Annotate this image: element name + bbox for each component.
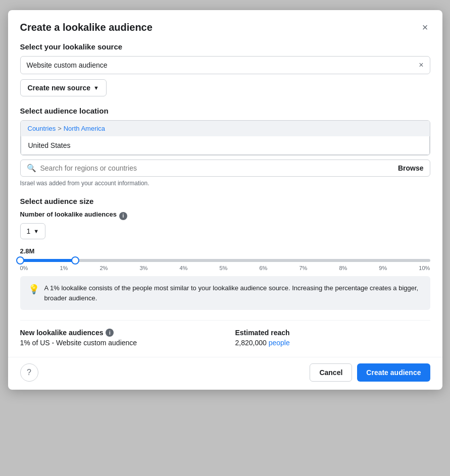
- slider-label-2: 2%: [99, 265, 108, 271]
- reach-number: 2,820,000: [235, 339, 267, 347]
- number-sub-label: Number of lookalike audiences: [20, 210, 117, 218]
- source-clear-icon: ×: [419, 61, 423, 70]
- slider-thumb-left[interactable]: [16, 256, 24, 265]
- location-breadcrumb-section: Countries > North America United States: [20, 120, 430, 155]
- help-button[interactable]: ?: [20, 363, 38, 382]
- number-value: 1: [27, 227, 31, 235]
- create-source-arrow-icon: ▼: [93, 85, 99, 91]
- breadcrumb-region-link[interactable]: North America: [64, 125, 105, 132]
- source-input-text: Website custom audience: [27, 61, 419, 69]
- slider-labels: 0% 1% 2% 3% 4% 5% 6% 7% 8% 9% 10%: [20, 265, 430, 271]
- source-input-row: Website custom audience ×: [20, 56, 430, 74]
- close-button[interactable]: ×: [420, 20, 430, 34]
- slider-track[interactable]: [20, 259, 430, 262]
- slider-section: 2.8M 0% 1% 2% 3% 4% 5% 6% 7%: [20, 247, 430, 271]
- location-section: Select audience location Countries > Nor…: [20, 107, 430, 187]
- slider-label-10: 10%: [419, 265, 430, 271]
- slider-label-5: 5%: [219, 265, 227, 271]
- lightbulb-icon: 💡: [28, 284, 39, 295]
- search-note: Israel was added from your account infor…: [20, 180, 430, 187]
- reach-people-link[interactable]: people: [269, 339, 290, 347]
- search-row: 🔍 Browse: [20, 160, 430, 177]
- new-lookalike-info-icon[interactable]: i: [106, 329, 114, 337]
- estimated-reach-label: Estimated reach: [235, 329, 290, 337]
- search-icon: 🔍: [27, 164, 36, 173]
- search-input[interactable]: [40, 164, 398, 172]
- source-section: Select your lookalike source Website cus…: [20, 42, 430, 96]
- estimated-reach-label-row: Estimated reach: [235, 329, 430, 337]
- estimated-reach-block: Estimated reach 2,820,000 people: [235, 329, 430, 347]
- slider-thumb-right[interactable]: [71, 256, 79, 265]
- modal-body: Select your lookalike source Website cus…: [8, 42, 442, 357]
- slider-label-1: 1%: [60, 265, 68, 271]
- create-source-label: Create new source: [28, 84, 91, 92]
- new-lookalike-label: New lookalike audiences: [20, 329, 104, 337]
- slider-label-4: 4%: [179, 265, 187, 271]
- slider-fill: [20, 259, 76, 262]
- cancel-button[interactable]: Cancel: [310, 363, 352, 382]
- modal-overlay: Create a lookalike audience × Select you…: [0, 5, 450, 476]
- slider-value: 2.8M: [20, 247, 430, 255]
- create-source-button[interactable]: Create new source ▼: [20, 79, 107, 96]
- slider-label-7: 7%: [299, 265, 307, 271]
- browse-button[interactable]: Browse: [398, 164, 424, 172]
- close-icon: ×: [422, 22, 428, 32]
- estimated-reach-value: 2,820,000 people: [235, 339, 430, 347]
- modal-title: Create a lookalike audience: [20, 22, 153, 33]
- source-clear-button[interactable]: ×: [419, 61, 423, 70]
- source-section-label: Select your lookalike source: [20, 42, 430, 51]
- slider-label-8: 8%: [339, 265, 347, 271]
- new-lookalike-label-row: New lookalike audiences i: [20, 329, 215, 337]
- number-dropdown[interactable]: 1 ▼: [20, 223, 46, 239]
- modal-footer: ? Cancel Create audience: [8, 357, 442, 390]
- number-of-audiences-row: Number of lookalike audiences i: [20, 210, 430, 221]
- breadcrumb-countries-link[interactable]: Countries: [28, 125, 56, 132]
- location-item: United States: [21, 136, 430, 155]
- help-icon: ?: [27, 368, 31, 377]
- footer-actions: Cancel Create audience: [310, 363, 430, 382]
- new-lookalike-value: 1% of US - Website custom audience: [20, 339, 215, 347]
- bottom-stats: New lookalike audiences i 1% of US - Web…: [20, 320, 430, 347]
- slider-label-9: 9%: [379, 265, 387, 271]
- slider-label-6: 6%: [259, 265, 267, 271]
- audience-size-section: Select audience size Number of lookalike…: [20, 197, 430, 310]
- info-text: A 1% lookalike consists of the people mo…: [44, 283, 422, 303]
- audience-size-label: Select audience size: [20, 197, 430, 205]
- modal-header: Create a lookalike audience ×: [8, 10, 442, 42]
- breadcrumb-row: Countries > North America: [21, 121, 430, 136]
- number-dropdown-arrow-icon: ▼: [33, 228, 39, 234]
- modal-container: Create a lookalike audience × Select you…: [8, 10, 442, 390]
- number-info-icon[interactable]: i: [119, 212, 127, 220]
- create-audience-button[interactable]: Create audience: [357, 363, 430, 382]
- location-section-label: Select audience location: [20, 107, 430, 115]
- new-lookalike-block: New lookalike audiences i 1% of US - Web…: [20, 329, 215, 347]
- slider-label-0: 0%: [20, 265, 28, 271]
- breadcrumb-separator: >: [58, 125, 62, 132]
- info-box: 💡 A 1% lookalike consists of the people …: [20, 276, 430, 310]
- slider-label-3: 3%: [139, 265, 147, 271]
